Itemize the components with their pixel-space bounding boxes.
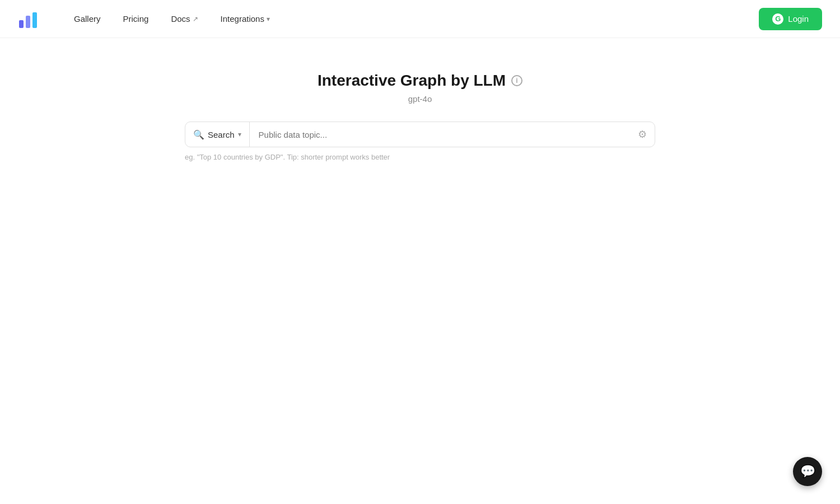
svg-rect-0 [19, 20, 24, 28]
search-hint: eg. "Top 10 countries by GDP". Tip: shor… [185, 153, 390, 161]
nav-integrations[interactable]: Integrations ▾ [212, 10, 279, 28]
search-input[interactable] [250, 122, 630, 147]
svg-rect-2 [32, 12, 37, 28]
nav-pricing[interactable]: Pricing [114, 10, 158, 28]
info-icon[interactable]: i [511, 75, 522, 86]
nav-gallery[interactable]: Gallery [65, 10, 110, 28]
chat-bubble-button[interactable]: 💬 [793, 457, 822, 486]
header: Gallery Pricing Docs ↗ Integrations ▾ G … [0, 0, 840, 38]
logo[interactable] [18, 9, 38, 29]
chevron-down-icon: ▾ [267, 15, 270, 23]
nav-docs[interactable]: Docs ↗ [162, 10, 207, 28]
search-type-selector[interactable]: 🔍 Search ▾ [185, 122, 250, 147]
search-label: Search [208, 130, 235, 139]
external-link-icon: ↗ [193, 15, 198, 23]
search-bar: 🔍 Search ▾ ⚙ [185, 122, 655, 147]
login-button[interactable]: G Login [759, 8, 822, 30]
main-content: Interactive Graph by LLM i gpt-4o 🔍 Sear… [0, 38, 840, 161]
search-chevron-icon: ▾ [238, 130, 241, 138]
chat-icon: 💬 [800, 464, 815, 479]
nav: Gallery Pricing Docs ↗ Integrations ▾ [65, 10, 759, 28]
search-settings-icon[interactable]: ⚙ [630, 128, 655, 141]
page-subtitle: gpt-4o [408, 94, 432, 104]
svg-rect-1 [26, 16, 30, 28]
google-icon: G [772, 13, 783, 25]
page-title: Interactive Graph by LLM i [318, 72, 522, 90]
search-icon: 🔍 [193, 129, 204, 140]
